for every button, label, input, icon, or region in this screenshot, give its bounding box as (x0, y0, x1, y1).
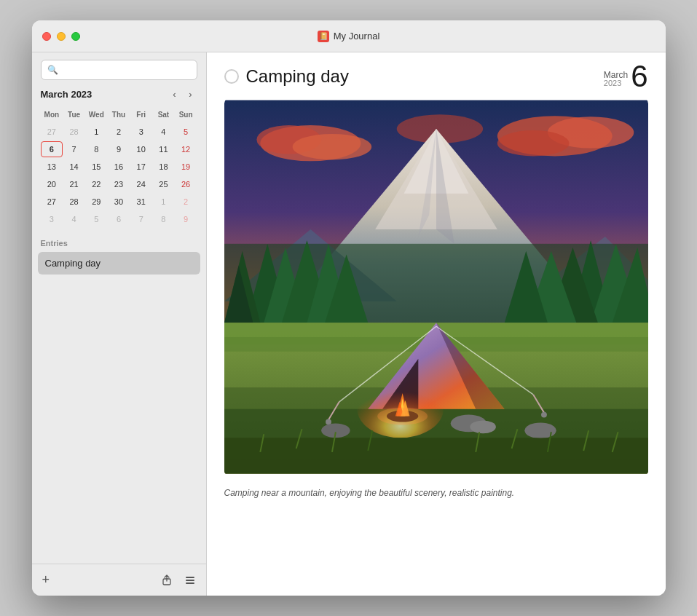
entry-date-year: 2023 (604, 79, 628, 87)
app-title: My Journal (334, 31, 380, 42)
sidebar-bottom: + (32, 564, 206, 596)
search-icon: 🔍 (47, 65, 58, 75)
calendar-day-cell[interactable]: 2 (108, 124, 130, 140)
calendar-day-cell[interactable]: 6 (108, 211, 130, 227)
svg-point-10 (497, 130, 569, 157)
calendar-prev-button[interactable]: ‹ (168, 87, 181, 100)
calendar-day-cell[interactable]: 24 (130, 176, 152, 192)
svg-rect-2 (186, 580, 194, 581)
calendar-day-cell[interactable]: 12 (175, 141, 197, 157)
calendar-day-cell[interactable]: 8 (85, 141, 108, 157)
calendar-day-cell[interactable]: 28 (63, 124, 85, 140)
calendar-week-2: 13141516171819 (41, 159, 197, 175)
entry-title: Camping day (246, 66, 349, 87)
share-button[interactable] (161, 574, 173, 586)
calendar-day-cell[interactable]: 26 (175, 176, 197, 192)
maximize-button[interactable] (71, 32, 80, 41)
list-icon (184, 574, 196, 586)
calendar-day-cell[interactable]: 23 (108, 176, 130, 192)
calendar-day-cell[interactable]: 4 (63, 211, 85, 227)
entries-label: Entries (32, 229, 206, 252)
calendar-next-button[interactable]: › (184, 87, 197, 100)
entry-list-item[interactable]: Camping day (38, 252, 200, 275)
traffic-lights (42, 32, 80, 41)
entry-header: Camping day March 2023 6 (207, 52, 666, 98)
cal-header-thu: Thu (108, 106, 130, 122)
svg-point-55 (470, 420, 496, 433)
calendar-day-cell[interactable]: 27 (41, 124, 63, 140)
minimize-button[interactable] (57, 32, 66, 41)
calendar-day-cell[interactable]: 15 (85, 159, 108, 175)
calendar-day-cell[interactable]: 13 (41, 159, 63, 175)
cal-header-tue: Tue (63, 106, 85, 122)
cal-header-sun: Sun (175, 106, 197, 122)
calendar-day-cell[interactable]: 29 (85, 194, 108, 210)
calendar-grid: Mon Tue Wed Thu Fri Sat Sun 272812345678… (41, 106, 197, 227)
entry-title-area: Camping day (224, 66, 349, 87)
calendar-header: March 2023 ‹ › (41, 87, 197, 100)
search-input[interactable] (62, 65, 191, 75)
calendar-day-cell[interactable]: 14 (63, 159, 85, 175)
calendar-day-cell[interactable]: 7 (63, 141, 85, 157)
image-caption: Camping near a mountain, enjoying the be… (224, 488, 648, 498)
calendar-day-cell[interactable]: 20 (41, 176, 63, 192)
calendar-week-4: 272829303112 (41, 194, 197, 210)
calendar-day-cell[interactable]: 22 (85, 176, 108, 192)
calendar-weeks: 2728123456789101112131415161718192021222… (41, 124, 197, 227)
calendar-week-0: 272812345 (41, 124, 197, 140)
calendar-day-cell[interactable]: 30 (108, 194, 130, 210)
calendar-day-cell[interactable]: 9 (175, 211, 197, 227)
share-icon (161, 574, 173, 586)
calendar-week-3: 20212223242526 (41, 176, 197, 192)
calendar-day-cell[interactable]: 5 (85, 211, 108, 227)
calendar-day-cell[interactable]: 9 (108, 141, 130, 157)
calendar-day-cell[interactable]: 1 (85, 124, 108, 140)
calendar-day-cell[interactable]: 27 (41, 194, 63, 210)
calendar-day-cell[interactable]: 4 (152, 124, 175, 140)
entry-image-container (224, 98, 648, 479)
calendar-day-cell[interactable]: 16 (108, 159, 130, 175)
entry-date-block: March 2023 6 (604, 61, 648, 92)
calendar-day-cell[interactable]: 2 (175, 194, 197, 210)
calendar-day-cell[interactable]: 18 (152, 159, 175, 175)
calendar-day-cell[interactable]: 25 (152, 176, 175, 192)
calendar-day-cell[interactable]: 19 (175, 159, 197, 175)
add-entry-button[interactable]: + (42, 572, 50, 588)
calendar-day-cell[interactable]: 5 (175, 124, 197, 140)
search-area: 🔍 (32, 52, 206, 87)
cal-header-wed: Wed (85, 106, 108, 122)
calendar-day-cell[interactable]: 3 (41, 211, 63, 227)
calendar-day-cell[interactable]: 17 (130, 159, 152, 175)
svg-point-57 (524, 422, 556, 438)
calendar-day-cell[interactable]: 7 (130, 211, 152, 227)
close-button[interactable] (42, 32, 51, 41)
app-window: 📔 My Journal 🔍 March 2023 ‹ › (32, 20, 666, 596)
titlebar-title: 📔 My Journal (318, 31, 380, 42)
calendar-day-cell[interactable]: 21 (63, 176, 85, 192)
calendar-day-cell[interactable]: 3 (130, 124, 152, 140)
calendar-day-cell[interactable]: 10 (130, 141, 152, 157)
calendar-week-5: 3456789 (41, 211, 197, 227)
entry-list: Camping day (32, 252, 206, 564)
titlebar: 📔 My Journal (32, 20, 666, 52)
calendar: March 2023 ‹ › Mon Tue Wed Thu Fri Sat (32, 87, 206, 229)
calendar-nav: ‹ › (168, 87, 197, 100)
calendar-day-cell[interactable]: 28 (63, 194, 85, 210)
svg-point-7 (292, 134, 371, 160)
calendar-week-1: 6789101112 (41, 141, 197, 157)
camping-image (224, 98, 648, 476)
list-view-button[interactable] (184, 574, 196, 586)
calendar-day-cell[interactable]: 6 (41, 141, 63, 157)
entry-date-month-year: March 2023 (604, 71, 628, 92)
cal-header-sat: Sat (152, 106, 175, 122)
calendar-day-cell[interactable]: 8 (152, 211, 175, 227)
calendar-day-cell[interactable]: 1 (152, 194, 175, 210)
entry-status-circle[interactable] (224, 69, 239, 84)
calendar-day-cell[interactable]: 31 (130, 194, 152, 210)
svg-point-53 (377, 408, 428, 425)
search-box[interactable]: 🔍 (41, 60, 197, 80)
calendar-day-cell[interactable]: 11 (152, 141, 175, 157)
svg-point-46 (541, 412, 547, 418)
svg-rect-3 (186, 583, 194, 584)
sidebar: 🔍 March 2023 ‹ › Mon Tue (32, 52, 207, 596)
